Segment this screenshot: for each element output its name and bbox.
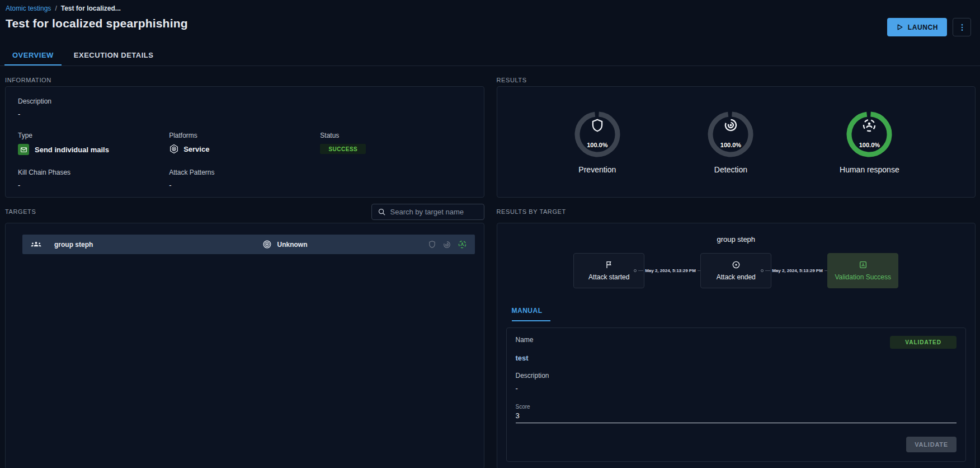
shield-icon <box>573 118 622 133</box>
email-icon <box>18 144 29 155</box>
description-label: Description <box>18 97 472 105</box>
detection-mini-radar-icon <box>442 240 451 249</box>
prevention-gauge: 100.0% Prevention <box>573 110 622 174</box>
radar-icon <box>706 118 755 133</box>
top-bar: Atomic testings / Test for localized... … <box>0 0 980 36</box>
attack-started-date: May 2, 2024, 5:13:29 PM <box>645 268 696 273</box>
tab-bar: OVERVIEW EXECUTION DETAILS <box>0 45 980 66</box>
right-column: RESULTS 100.0% Prevention <box>497 74 976 468</box>
results-target-name: group steph <box>497 235 976 244</box>
left-column: INFORMATION Description - Type Send indi… <box>5 74 484 468</box>
timeline-connector: May 2, 2024, 5:13:29 PM ▸ <box>771 268 827 273</box>
results-section-title: RESULTS <box>497 77 527 83</box>
results-by-target-panel: group steph Attack started May 2, 2024, … <box>497 223 976 468</box>
status-label: Status <box>320 132 471 139</box>
tab-manual[interactable]: MANUAL <box>512 307 550 321</box>
human-response-gauge: 100.0% Human response <box>840 110 899 174</box>
validate-button[interactable]: VALIDATE <box>906 437 957 452</box>
results-panel: 100.0% Prevention 100.0% Detection <box>497 86 976 198</box>
prevention-score: 100.0% <box>573 142 622 148</box>
kill-chain-value: - <box>18 181 169 189</box>
launch-button[interactable]: LAUNCH <box>887 18 947 36</box>
groups-icon <box>30 238 42 250</box>
human-response-icon <box>845 118 894 133</box>
platforms-value: Service <box>183 145 209 153</box>
score-input[interactable] <box>516 410 957 423</box>
human-response-score: 100.0% <box>845 142 894 148</box>
information-section-title: INFORMATION <box>5 77 51 83</box>
type-value: Send individual mails <box>35 146 109 154</box>
attack-ended-date: May 2, 2024, 5:13:29 PM <box>772 268 823 273</box>
human-response-mini-icon <box>458 240 467 249</box>
detection-score: 100.0% <box>706 142 755 148</box>
description-value: - <box>18 110 472 118</box>
targets-panel: group steph Unknown <box>5 223 484 468</box>
breadcrumb-separator: / <box>55 4 56 12</box>
expectation-description-label: Description <box>516 372 957 380</box>
attack-patterns-label: Attack Patterns <box>169 169 320 176</box>
expectation-card: Name VALIDATED test Description - Score … <box>506 327 967 462</box>
timeline-connector: May 2, 2024, 5:13:29 PM ▸ <box>644 268 700 273</box>
expectation-name-value: test <box>516 354 957 362</box>
flag-icon <box>605 260 614 269</box>
target-rings-icon <box>262 240 272 249</box>
circle-dot-icon <box>732 260 741 269</box>
search-icon <box>378 208 386 216</box>
breadcrumb: Atomic testings / Test for localized... <box>6 4 974 12</box>
validation-success-step: Validation Success <box>827 253 898 288</box>
targets-section-title: TARGETS <box>5 208 36 215</box>
target-search[interactable] <box>371 204 484 220</box>
status-badge: SUCCESS <box>320 144 366 154</box>
expectation-description-value: - <box>516 384 957 392</box>
kill-chain-label: Kill Chain Phases <box>18 169 169 176</box>
breadcrumb-root-link[interactable]: Atomic testings <box>6 4 51 12</box>
tab-execution-details[interactable]: EXECUTION DETAILS <box>66 45 162 65</box>
breadcrumb-current: Test for localized... <box>61 4 121 12</box>
validated-badge: VALIDATED <box>890 336 957 349</box>
service-platform-icon <box>169 144 179 154</box>
target-row[interactable]: group steph Unknown <box>22 235 475 254</box>
target-result-label: Unknown <box>277 241 308 249</box>
information-panel: Description - Type Send individual mails… <box>5 86 484 198</box>
detection-label: Detection <box>714 165 747 174</box>
results-by-target-section-title: RESULTS BY TARGET <box>497 208 566 215</box>
type-label: Type <box>18 132 169 139</box>
kebab-icon <box>958 23 967 32</box>
expectation-name-label: Name <box>516 336 534 344</box>
detection-gauge: 100.0% Detection <box>706 110 755 174</box>
prevention-label: Prevention <box>578 165 616 174</box>
score-label: Score <box>516 404 957 410</box>
play-icon <box>896 24 903 31</box>
attack-started-label: Attack started <box>588 273 629 281</box>
validation-success-label: Validation Success <box>835 273 892 281</box>
prevention-mini-shield-icon <box>428 240 436 249</box>
human-response-label: Human response <box>840 165 899 174</box>
search-input[interactable] <box>390 208 478 216</box>
validation-success-icon <box>859 260 868 269</box>
page-title: Test for localized spearphishing <box>6 17 188 30</box>
attack-timeline: Attack started May 2, 2024, 5:13:29 PM ▸… <box>497 253 976 288</box>
target-name: group steph <box>54 241 93 249</box>
kebab-menu-button[interactable] <box>953 18 971 36</box>
launch-button-label: LAUNCH <box>908 24 938 31</box>
platforms-label: Platforms <box>169 132 320 139</box>
attack-ended-label: Attack ended <box>717 273 756 281</box>
attack-patterns-value: - <box>169 181 320 189</box>
tab-overview[interactable]: OVERVIEW <box>4 45 62 65</box>
